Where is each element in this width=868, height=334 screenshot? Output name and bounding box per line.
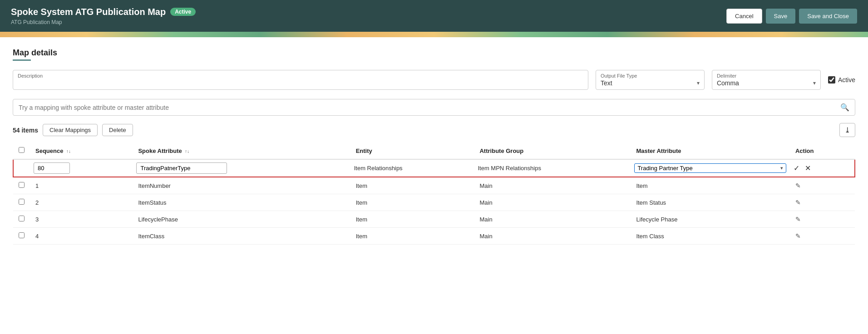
row-4-entity: Item bbox=[350, 228, 474, 245]
row-3-checkbox[interactable] bbox=[19, 216, 25, 221]
search-icon: 🔍 bbox=[840, 103, 849, 112]
active-label-text: Active bbox=[838, 76, 855, 84]
row-2-attribute-group: Main bbox=[474, 194, 631, 211]
row-2-action: ✎ bbox=[790, 194, 855, 211]
confirm-edit-icon[interactable]: ✓ bbox=[794, 164, 799, 172]
row-2-spoke-attribute: ItemStatus bbox=[133, 194, 350, 211]
select-all-checkbox[interactable] bbox=[19, 147, 25, 153]
cancel-edit-icon[interactable]: ✕ bbox=[805, 164, 811, 172]
section-title: Map details bbox=[13, 48, 855, 58]
row-3-attribute-group: Main bbox=[474, 211, 631, 228]
toolbar-left: 54 items Clear Mappings Delete bbox=[13, 124, 133, 136]
select-all-header bbox=[13, 142, 30, 159]
table-row: 1 ItemNumber Item Main Item ✎ bbox=[13, 177, 855, 194]
editing-row-checkbox-cell bbox=[13, 159, 30, 177]
search-bar: 🔍 bbox=[13, 99, 855, 116]
title-text: Spoke System ATG Publication Map bbox=[11, 7, 166, 17]
row-4-sequence: 4 bbox=[30, 228, 133, 245]
row-1-checkbox-cell bbox=[13, 177, 30, 194]
header-subtitle: ATG Publication Map bbox=[11, 19, 196, 25]
save-button[interactable]: Save bbox=[766, 9, 796, 24]
entity-column-header: Entity bbox=[350, 142, 474, 159]
row-3-edit-icon[interactable]: ✎ bbox=[795, 216, 801, 223]
table-row: 3 LifecyclePhase Item Main Lifecycle Pha… bbox=[13, 211, 855, 228]
description-field: Description ATG Publication Map bbox=[13, 70, 588, 90]
row-2-sequence: 2 bbox=[30, 194, 133, 211]
header-actions: Cancel Save Save and Close bbox=[726, 9, 857, 24]
sequence-sort-icon: ↑↓ bbox=[66, 149, 71, 154]
editing-master-attribute-select[interactable]: Trading Partner Type Item Item Status bbox=[637, 165, 780, 172]
row-2-checkbox[interactable] bbox=[19, 199, 25, 205]
spoke-attribute-column-header[interactable]: Spoke Attribute ↑↓ bbox=[133, 142, 350, 159]
download-button[interactable]: ⤓ bbox=[839, 123, 855, 137]
active-badge: Active bbox=[170, 8, 196, 16]
row-1-checkbox[interactable] bbox=[19, 182, 25, 188]
row-3-master-attribute: Lifecycle Phase bbox=[631, 211, 790, 228]
editing-spoke-attribute-input[interactable] bbox=[136, 162, 227, 174]
output-file-type-label: Output File Type bbox=[601, 73, 700, 79]
delimiter-select[interactable]: Comma Tab Pipe bbox=[717, 79, 811, 87]
section-divider bbox=[13, 59, 31, 61]
master-attribute-column-header: Master Attribute bbox=[631, 142, 790, 159]
editing-row-sequence-cell bbox=[30, 159, 133, 177]
save-and-close-button[interactable]: Save and Close bbox=[799, 9, 857, 24]
description-input[interactable]: ATG Publication Map bbox=[18, 79, 583, 87]
row-1-attribute-group: Main bbox=[474, 177, 631, 194]
editing-row: Item Relationships Item MPN Relationship… bbox=[13, 159, 855, 177]
output-file-type-field: Output File Type Text CSV XML ▾ bbox=[596, 70, 705, 90]
row-1-spoke-attribute: ItemNumber bbox=[133, 177, 350, 194]
items-count: 54 items bbox=[13, 127, 38, 134]
output-file-type-chevron-icon: ▾ bbox=[697, 80, 700, 86]
clear-mappings-button[interactable]: Clear Mappings bbox=[43, 124, 98, 136]
table-toolbar: 54 items Clear Mappings Delete ⤓ bbox=[13, 123, 855, 137]
editing-row-master-attribute-cell: Trading Partner Type Item Item Status ▾ bbox=[631, 159, 790, 177]
row-4-attribute-group: Main bbox=[474, 228, 631, 245]
search-section: 🔍 bbox=[13, 99, 855, 116]
form-row: Description ATG Publication Map Output F… bbox=[13, 70, 855, 90]
delimiter-label: Delimiter bbox=[717, 73, 816, 79]
main-content: Map details Description ATG Publication … bbox=[0, 37, 868, 334]
delete-button[interactable]: Delete bbox=[102, 124, 133, 136]
description-label: Description bbox=[18, 73, 583, 79]
output-file-type-select[interactable]: Text CSV XML bbox=[601, 79, 695, 87]
cancel-button[interactable]: Cancel bbox=[726, 9, 762, 24]
row-2-checkbox-cell bbox=[13, 194, 30, 211]
table-row: 2 ItemStatus Item Main Item Status ✎ bbox=[13, 194, 855, 211]
editing-row-action-cell: ✓ ✕ bbox=[790, 159, 855, 177]
row-2-entity: Item bbox=[350, 194, 474, 211]
editing-entity-text: Item Relationships bbox=[354, 165, 403, 172]
attribute-group-column-header: Attribute Group bbox=[474, 142, 631, 159]
app-header: Spoke System ATG Publication Map Active … bbox=[0, 0, 868, 32]
sequence-column-header[interactable]: Sequence ↑↓ bbox=[30, 142, 133, 159]
row-3-entity: Item bbox=[350, 211, 474, 228]
row-4-checkbox[interactable] bbox=[19, 232, 25, 238]
active-checkbox[interactable] bbox=[828, 76, 835, 84]
delimiter-chevron-icon: ▾ bbox=[813, 80, 816, 86]
active-checkbox-label[interactable]: Active bbox=[828, 76, 855, 84]
editing-sequence-input[interactable] bbox=[34, 162, 70, 174]
table-container: Sequence ↑↓ Spoke Attribute ↑↓ Entity At… bbox=[13, 142, 855, 245]
page-title: Spoke System ATG Publication Map Active bbox=[11, 7, 196, 17]
spoke-attribute-sort-icon: ↑↓ bbox=[185, 149, 189, 154]
table-header-row: Sequence ↑↓ Spoke Attribute ↑↓ Entity At… bbox=[13, 142, 855, 159]
editing-master-attribute-chevron-icon: ▾ bbox=[780, 165, 783, 171]
row-3-spoke-attribute: LifecyclePhase bbox=[133, 211, 350, 228]
row-1-sequence: 1 bbox=[30, 177, 133, 194]
row-4-action: ✎ bbox=[790, 228, 855, 245]
search-input[interactable] bbox=[19, 104, 840, 111]
row-4-edit-icon[interactable]: ✎ bbox=[795, 232, 801, 240]
row-1-master-attribute: Item bbox=[631, 177, 790, 194]
row-1-edit-icon[interactable]: ✎ bbox=[795, 182, 801, 189]
map-details-section: Map details Description ATG Publication … bbox=[13, 48, 855, 90]
row-1-entity: Item bbox=[350, 177, 474, 194]
row-3-checkbox-cell bbox=[13, 211, 30, 228]
row-4-spoke-attribute: ItemClass bbox=[133, 228, 350, 245]
editing-row-attribute-group-cell: Item MPN Relationships bbox=[474, 159, 631, 177]
row-3-action: ✎ bbox=[790, 211, 855, 228]
delimiter-field: Delimiter Comma Tab Pipe ▾ bbox=[712, 70, 821, 90]
row-4-master-attribute: Item Class bbox=[631, 228, 790, 245]
editing-row-spoke-attribute-cell bbox=[133, 159, 350, 177]
action-column-header: Action bbox=[790, 142, 855, 159]
header-left: Spoke System ATG Publication Map Active … bbox=[11, 7, 196, 25]
row-2-edit-icon[interactable]: ✎ bbox=[795, 199, 801, 206]
